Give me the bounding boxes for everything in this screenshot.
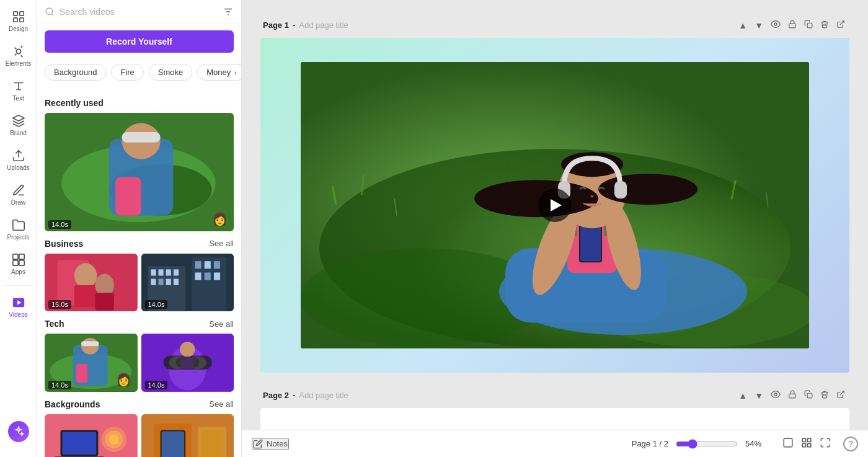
- sidebar-item-apps-label: Apps: [11, 268, 25, 275]
- chip-background[interactable]: Background: [45, 64, 106, 81]
- video-thumb-bg1[interactable]: 14.0s: [45, 414, 138, 458]
- page-1-chevron-down[interactable]: ▼: [753, 19, 765, 32]
- thumb-image-bg2: [141, 414, 234, 458]
- draw-icon: [12, 184, 25, 197]
- video-player[interactable]: [301, 62, 809, 348]
- page-1-title-placeholder[interactable]: Add page title: [299, 20, 348, 30]
- page-2-eye[interactable]: [769, 388, 782, 403]
- svg-point-12: [46, 8, 53, 15]
- svg-point-73: [774, 23, 777, 25]
- page-1-lock[interactable]: [786, 18, 799, 32]
- page-1-copy[interactable]: [802, 18, 815, 32]
- chip-smoke[interactable]: Smoke: [149, 64, 192, 81]
- sidebar-item-projects[interactable]: Projects: [2, 213, 35, 246]
- sidebar-item-text[interactable]: Text: [2, 74, 35, 107]
- tech-see-all[interactable]: See all: [209, 319, 234, 329]
- eye-icon: [771, 19, 781, 29]
- page-1-share[interactable]: [835, 18, 847, 32]
- video-thumb-t1[interactable]: 14.0s: [45, 334, 138, 391]
- chip-money[interactable]: Money ›: [197, 64, 241, 81]
- duration-b1: 15.0s: [48, 300, 71, 309]
- page-1-separator: -: [293, 20, 295, 30]
- help-button[interactable]: ?: [843, 437, 858, 451]
- search-input[interactable]: [60, 7, 218, 17]
- sidebar-item-videos[interactable]: Videos: [2, 291, 35, 323]
- chip-fire[interactable]: Fire: [111, 64, 143, 81]
- thumb-image-rv1: [45, 113, 234, 231]
- page-1-eye[interactable]: [769, 17, 782, 33]
- zoom-range-input[interactable]: [676, 439, 738, 449]
- svg-rect-35: [151, 278, 156, 285]
- videos-icon: [12, 296, 25, 309]
- zoom-slider: [676, 439, 738, 449]
- thumb-image-bg1: [45, 414, 138, 458]
- grid-icon: [12, 10, 25, 24]
- record-button[interactable]: Record Yourself: [45, 30, 234, 53]
- sidebar-item-text-label: Text: [12, 95, 24, 102]
- svg-rect-43: [195, 272, 201, 280]
- sidebar-item-draw[interactable]: Draw: [2, 179, 35, 211]
- svg-point-58: [180, 342, 195, 357]
- zoom-percent: 54%: [745, 439, 768, 448]
- svg-rect-72: [201, 430, 223, 457]
- sidebar-item-apps[interactable]: Apps: [2, 248, 35, 280]
- duration-rv1: 14.0s: [48, 220, 71, 229]
- sidebar-item-design[interactable]: Design: [2, 5, 35, 37]
- svg-rect-21: [122, 132, 161, 143]
- page-2-delete[interactable]: [818, 388, 831, 402]
- view-single-btn[interactable]: [780, 435, 796, 453]
- business-see-all[interactable]: See all: [209, 239, 234, 248]
- svg-rect-105: [808, 438, 811, 441]
- svg-rect-1: [19, 12, 23, 16]
- svg-point-95: [474, 180, 598, 218]
- page-2-chevron-down[interactable]: ▼: [753, 389, 765, 402]
- sidebar-item-brand[interactable]: Brand: [2, 109, 35, 141]
- video-thumb-bg2[interactable]: 12.0s: [141, 414, 234, 458]
- svg-rect-32: [158, 269, 163, 275]
- single-view-icon: [782, 437, 794, 448]
- projects-icon: [12, 218, 25, 232]
- magic-button[interactable]: [8, 421, 29, 442]
- page-2-lock[interactable]: [786, 388, 799, 402]
- filter-icon[interactable]: [223, 6, 234, 17]
- svg-rect-22: [115, 177, 141, 216]
- main-area: Page 1 - Add page title ▲ ▼: [242, 0, 868, 457]
- video-thumb-b2[interactable]: 14.0s: [141, 254, 234, 311]
- page-2-share[interactable]: [835, 388, 847, 402]
- sidebar-item-projects-label: Projects: [7, 234, 29, 241]
- video-thumb-t2[interactable]: 14.0s: [141, 334, 234, 391]
- fullscreen-btn[interactable]: [817, 435, 833, 453]
- sidebar-item-uploads[interactable]: Uploads: [2, 144, 35, 176]
- page-2-copy[interactable]: [802, 388, 815, 402]
- svg-point-66: [109, 434, 119, 444]
- delete-icon: [820, 20, 829, 29]
- section-backgrounds-header: Backgrounds See all: [45, 399, 234, 409]
- page-1-delete[interactable]: [818, 18, 831, 32]
- page-2-label: Page 2: [263, 391, 289, 400]
- sidebar-bottom: [8, 421, 29, 452]
- sidebar-item-elements[interactable]: Elements: [2, 40, 35, 72]
- page-2-header: Page 2 - Add page title ▲ ▼: [260, 383, 849, 408]
- notes-button[interactable]: Notes: [252, 438, 289, 450]
- page-2-chevron-up[interactable]: ▲: [737, 389, 749, 402]
- magic-icon: [13, 426, 24, 437]
- canvas-frame-1: [260, 38, 849, 373]
- svg-rect-2: [13, 18, 17, 22]
- svg-rect-101: [789, 394, 796, 397]
- section-tech-title: Tech: [45, 319, 64, 329]
- video-thumb-b1[interactable]: 15.0s: [45, 254, 138, 311]
- section-business-title: Business: [45, 239, 83, 249]
- canvas-frame-2[interactable]: [260, 408, 849, 430]
- svg-rect-51: [76, 364, 87, 383]
- backgrounds-see-all[interactable]: See all: [209, 399, 234, 409]
- bottom-bar: Notes Page 1 / 2 54%: [242, 430, 868, 457]
- svg-rect-8: [12, 260, 17, 265]
- view-grid-btn[interactable]: [799, 435, 815, 453]
- search-icon: [45, 7, 55, 17]
- page-1-chevron-up[interactable]: ▲: [737, 19, 749, 32]
- video-thumb-rv1[interactable]: 14.0s: [45, 113, 234, 231]
- page-2-title-placeholder[interactable]: Add page title: [299, 391, 348, 400]
- play-button[interactable]: [538, 189, 572, 222]
- notes-label: Notes: [267, 439, 288, 448]
- svg-rect-102: [807, 393, 812, 398]
